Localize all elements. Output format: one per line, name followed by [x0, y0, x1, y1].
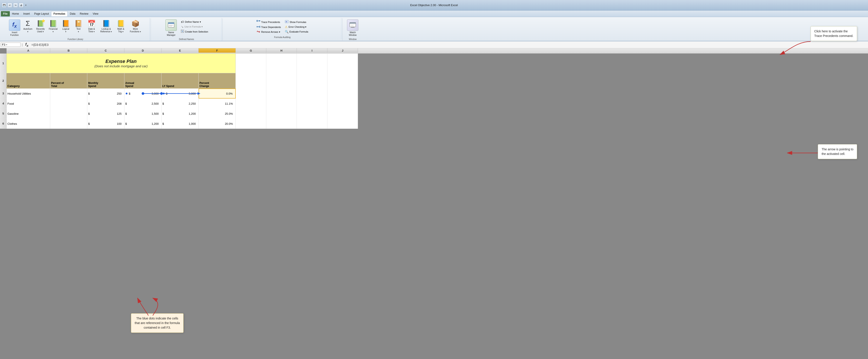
cell-i1[interactable]: [297, 54, 328, 73]
cell-f4[interactable]: 11.1%: [198, 99, 236, 109]
cell-g1[interactable]: [236, 54, 266, 73]
cell-j3[interactable]: [328, 88, 358, 99]
menu-data[interactable]: Data: [68, 11, 78, 17]
cell-a5[interactable]: Gasoline: [6, 109, 50, 119]
define-name-button[interactable]: 🏷 Define Name ▾: [180, 20, 209, 24]
date-time-button[interactable]: 📅 Date &Time ▾: [85, 19, 98, 34]
insert-function-button[interactable]: fx InsertFunction: [8, 19, 21, 37]
col-header-b[interactable]: B: [50, 48, 87, 53]
cell-g6[interactable]: [236, 119, 266, 129]
create-from-selection-button[interactable]: Create from Selection: [180, 29, 209, 34]
cell-h2[interactable]: [266, 73, 297, 88]
cell-g3[interactable]: [236, 88, 266, 99]
logical-button[interactable]: 📙 Logical▾: [60, 19, 72, 34]
cell-j2[interactable]: [328, 73, 358, 88]
error-checking-button[interactable]: ⚠ Error Checking ▾: [283, 25, 309, 29]
cell-c6[interactable]: $ 100: [87, 119, 124, 129]
cell-reference-box[interactable]: F3 ▾: [1, 43, 21, 47]
lookup-ref-button[interactable]: 📘 Lookup &Reference ▾: [99, 19, 114, 34]
cell-a3[interactable]: Household Utilities: [6, 88, 50, 99]
cell-a6[interactable]: Clothes: [6, 119, 50, 129]
cell-d5[interactable]: $ 1,500: [124, 109, 161, 119]
menu-home[interactable]: Home: [10, 11, 21, 17]
evaluate-formula-button[interactable]: 🔍 Evaluate Formula: [283, 29, 309, 34]
cell-c5[interactable]: $ 125: [87, 109, 124, 119]
cell-f6[interactable]: 20.0%: [198, 119, 236, 129]
row-header-4[interactable]: 4: [0, 99, 6, 109]
text-button[interactable]: 📔 Text▾: [72, 19, 85, 34]
cell-c4[interactable]: $ 208: [87, 99, 124, 109]
row-header-1[interactable]: 1: [0, 54, 6, 73]
cell-c3[interactable]: $ 250: [87, 88, 124, 99]
cell-a2[interactable]: Category: [6, 73, 50, 88]
cell-e2[interactable]: LY Spend: [161, 73, 198, 88]
menu-review[interactable]: Review: [78, 11, 90, 17]
col-header-c[interactable]: C: [87, 48, 124, 53]
cell-e3[interactable]: $ 3,000: [161, 88, 198, 99]
recently-used-button[interactable]: 📗 ⭐ RecentlyUsed ▾: [34, 19, 47, 34]
trace-dependents-button[interactable]: Trace Dependents: [255, 25, 282, 29]
cell-f2[interactable]: Percent Change: [198, 73, 236, 88]
cell-d3[interactable]: $ 3,000: [124, 88, 161, 99]
cell-i2[interactable]: [297, 73, 328, 88]
cell-h4[interactable]: [266, 99, 297, 109]
cell-f3[interactable]: 0.0%: [198, 88, 236, 99]
cell-c2[interactable]: Monthly Spend: [87, 73, 124, 88]
formula-value[interactable]: =(D3-E3)/E3: [30, 43, 50, 47]
col-header-f[interactable]: F: [198, 48, 236, 53]
cell-j5[interactable]: [328, 109, 358, 119]
cell-h5[interactable]: [266, 109, 297, 119]
cell-g5[interactable]: [236, 109, 266, 119]
watch-window-button[interactable]: WatchWindow: [345, 19, 360, 37]
col-header-i[interactable]: I: [297, 48, 328, 53]
row-header-6[interactable]: 6: [0, 119, 6, 129]
cell-j4[interactable]: [328, 99, 358, 109]
menu-insert[interactable]: Insert: [21, 11, 32, 17]
cell-i3[interactable]: [297, 88, 328, 99]
name-manager-button[interactable]: NameManager: [163, 19, 179, 37]
cell-a1-merged[interactable]: Expense Plan (Does not include mortgage …: [6, 54, 236, 73]
cell-i6[interactable]: [297, 119, 328, 129]
cell-h1[interactable]: [266, 54, 297, 73]
remove-arrows-button[interactable]: Remove Arrows ▾: [255, 30, 282, 34]
cell-b6[interactable]: [50, 119, 87, 129]
cell-f5[interactable]: 25.0%: [198, 109, 236, 119]
cell-d4[interactable]: $ 2,500: [124, 99, 161, 109]
cell-g4[interactable]: [236, 99, 266, 109]
col-header-a[interactable]: A: [6, 48, 50, 53]
redo-button[interactable]: ↪: [13, 3, 18, 8]
cell-e4[interactable]: $ 2,250: [161, 99, 198, 109]
financial-button[interactable]: 📗 Financial▾: [47, 19, 59, 34]
row-header-2[interactable]: 2: [0, 73, 6, 88]
cell-j6[interactable]: [328, 119, 358, 129]
cell-b4[interactable]: [50, 99, 87, 109]
menu-view[interactable]: View: [91, 11, 101, 17]
cell-j1[interactable]: [328, 54, 358, 73]
undo-button[interactable]: ↩: [7, 3, 12, 8]
cell-h3[interactable]: [266, 88, 297, 99]
col-header-h[interactable]: H: [266, 48, 297, 53]
row-header-5[interactable]: 5: [0, 109, 6, 119]
cell-d2[interactable]: Annual Spend: [124, 73, 161, 88]
trace-precedents-button[interactable]: Trace Precedents: [255, 20, 282, 24]
menu-file[interactable]: File: [1, 11, 10, 17]
col-header-g[interactable]: G: [236, 48, 266, 53]
cell-b5[interactable]: [50, 109, 87, 119]
cell-e6[interactable]: $ 1,000: [161, 119, 198, 129]
cell-b3[interactable]: [50, 88, 87, 99]
cell-a4[interactable]: Food: [6, 99, 50, 109]
cell-i5[interactable]: [297, 109, 328, 119]
math-trig-button[interactable]: 📒 Math &Trig ▾: [114, 19, 127, 34]
cell-d6[interactable]: $ 1,200: [124, 119, 161, 129]
col-header-e[interactable]: E: [161, 48, 198, 53]
use-in-formula-button[interactable]: ↘ Use in Formula ▾: [180, 25, 209, 29]
cell-h6[interactable]: [266, 119, 297, 129]
save-button[interactable]: 💾: [2, 3, 6, 8]
menu-formulas[interactable]: Formulas: [51, 11, 68, 17]
cell-i4[interactable]: [297, 99, 328, 109]
col-header-j[interactable]: J: [328, 48, 358, 53]
row-header-3[interactable]: 3: [0, 88, 6, 99]
print-button[interactable]: 🖨: [19, 3, 24, 8]
cell-g2[interactable]: [236, 73, 266, 88]
show-formulas-button[interactable]: fx Show Formulas: [283, 20, 309, 24]
